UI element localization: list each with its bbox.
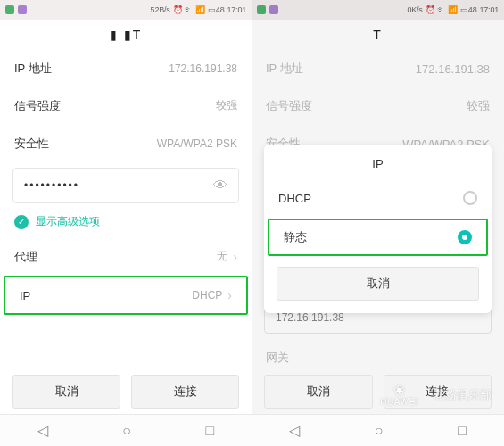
row-security: 安全性 WPA/WPA2 PSK [0,125,252,162]
nav-bar: ◁ ○ □ [0,414,252,446]
label: 安全性 [14,136,49,152]
status-dot-icon [5,5,14,14]
nav-home-icon[interactable]: ○ [375,423,384,439]
chevron-right-icon: › [227,288,232,302]
option-label: 静态 [284,229,307,245]
ip-modal: IP DHCP 静态 取消 [264,145,492,313]
value: DHCP [192,289,222,301]
row-signal-strength: 信号强度 较强 [0,87,252,125]
screenshot-pair: 52B/s ⏰ ᯤ 📶 ▭48 17:01 ▮ ▮T IP 地址 172.16.… [0,0,504,446]
battery-icon: ▭48 [208,5,224,14]
option-label: DHCP [278,192,311,205]
alarm-icon: ⏰ [173,5,183,14]
status-dot-icon [18,5,27,14]
cancel-button[interactable]: 取消 [264,375,373,409]
nav-bar: ◁ ○ □ [252,414,504,446]
nav-back-icon[interactable]: ◁ [289,422,300,439]
nav-home-icon[interactable]: ○ [122,423,131,439]
row-ip-address: IP 地址 172.16.191.38 [0,50,252,87]
net-speed: 52B/s [151,5,170,14]
value: 较强 [216,98,237,113]
signal-icon: 📶 [195,5,205,14]
page-title: ▮ ▮T [0,20,252,50]
watermark: ❀HUAWEI 花粉俱乐部 [380,384,492,407]
modal-title: IP [264,145,492,179]
label: 信号强度 [14,98,61,114]
nav-recent-icon[interactable]: □ [206,423,215,439]
phone-right: 0K/s ⏰ ᯤ 📶 ▭48 17:01 T IP 地址172.16.191.3… [252,0,504,446]
label: 代理 [14,249,37,265]
modal-cancel-button[interactable]: 取消 [277,267,479,301]
button-row: 取消 连接 [0,375,252,409]
radio-icon [458,230,472,244]
nav-recent-icon[interactable]: □ [458,423,467,439]
phone-left: 52B/s ⏰ ᯤ 📶 ▭48 17:01 ▮ ▮T IP 地址 172.16.… [0,0,252,446]
advanced-toggle[interactable]: ✓ 显示高级选项 [0,207,252,238]
check-icon: ✓ [14,215,29,229]
wifi-icon: ᯤ [185,5,193,14]
chevron-right-icon: › [233,250,237,264]
connect-button[interactable]: 连接 [131,375,239,409]
nav-back-icon[interactable]: ◁ [37,422,48,439]
status-bar: 52B/s ⏰ ᯤ 📶 ▭48 17:01 [0,0,252,20]
password-value: •••••••••• [24,179,79,192]
value: WPA/WPA2 PSK [157,137,237,150]
option-static[interactable]: 静态 [268,219,488,256]
radio-icon [463,191,477,205]
row-ip-setting[interactable]: IP DHCP› [4,276,248,315]
watermark-text: 花粉俱乐部 [434,387,492,403]
row-proxy[interactable]: 代理 无› [0,238,252,276]
clock: 17:01 [227,5,246,14]
value: 无 [217,249,227,264]
option-dhcp[interactable]: DHCP [264,179,492,217]
cancel-button[interactable]: 取消 [12,375,120,409]
value: 172.16.191.38 [169,62,237,75]
huawei-logo-icon: ❀HUAWEI [380,384,426,407]
password-input[interactable]: •••••••••• 👁 [12,168,239,203]
advanced-label: 显示高级选项 [36,214,100,229]
label: IP 地址 [14,61,52,77]
label: IP [20,289,30,302]
eye-icon[interactable]: 👁 [213,178,227,194]
